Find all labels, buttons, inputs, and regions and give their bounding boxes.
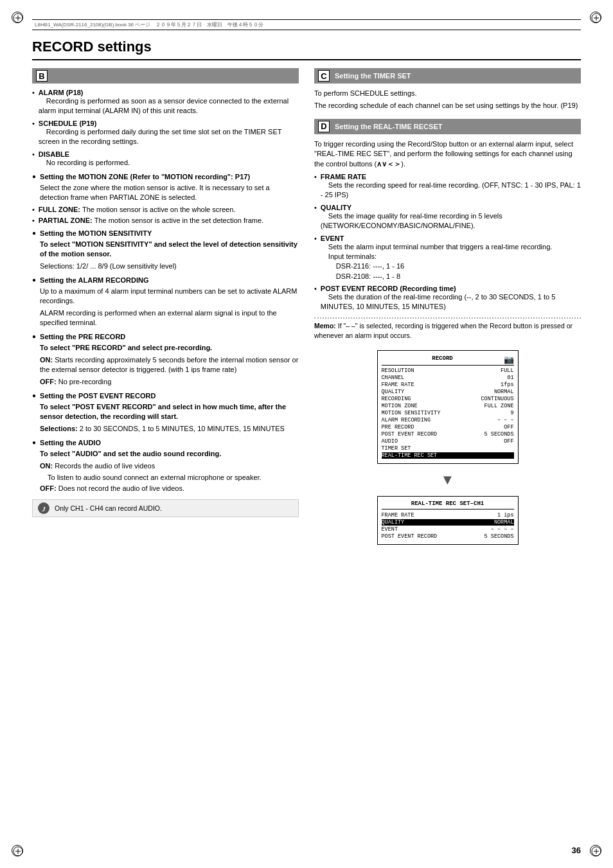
pre-record-off: OFF: No pre-recording bbox=[40, 377, 299, 387]
corner-decoration-bl bbox=[12, 845, 23, 856]
alarm-recording-text1: Up to a maximum of 4 alarm input termina… bbox=[40, 287, 299, 306]
memo-text: If "– –" is selected, recording is trigg… bbox=[314, 322, 573, 339]
screen1-row-motionsensitivity: MOTION SENSITIVITY9 bbox=[382, 410, 514, 416]
screen1-mockup: RECORD 📷 RESOLUTIONFULL CHANNEL01 FRAME … bbox=[377, 350, 519, 464]
corner-decoration-tl bbox=[12, 12, 23, 23]
note-icon: J bbox=[38, 502, 49, 514]
disable-title: DISABLE bbox=[39, 150, 69, 158]
motion-sensitivity-heading-container: Setting the MOTION SENSITIVITY bbox=[32, 229, 299, 237]
partial-zone-title: PARTIAL ZONE: bbox=[39, 217, 93, 224]
screen2-row-postevent: POST EVENT RECORD5 SECONDS bbox=[382, 533, 514, 540]
motion-zone-text: Select the zone where the motion sensor … bbox=[40, 183, 299, 203]
screen1-row-framerate: FRAME RATE1fps bbox=[382, 382, 514, 388]
page-number: 36 bbox=[572, 846, 581, 855]
event-text: Sets the alarm input terminal number tha… bbox=[328, 243, 553, 251]
screen1-row-quality: QUALITYNORMAL bbox=[382, 389, 514, 395]
audio-heading-container: Setting the AUDIO bbox=[32, 439, 299, 447]
section-c-text1: To perform SCHEDULE settings. bbox=[314, 89, 581, 98]
screen1-row-realtimeset: REAL-TIME REC SET bbox=[382, 452, 514, 459]
audio-on-text: Records the audio of live videos bbox=[55, 462, 155, 470]
screen1-row-channel: CHANNEL01 bbox=[382, 375, 514, 381]
svg-text:J: J bbox=[41, 505, 46, 513]
screen1-row-audio: AUDIOOFF bbox=[382, 438, 514, 445]
memo-box: Memo: If "– –" is selected, recording is… bbox=[314, 317, 581, 340]
quality-title: QUALITY bbox=[321, 204, 351, 211]
event-dsr2116: DSR-2116: ----, 1 - 16 bbox=[336, 262, 404, 270]
motion-sensitivity-heading: Setting the MOTION SENSITIVITY bbox=[40, 229, 152, 237]
d-post-event-text: Sets the duration of the real-time recor… bbox=[321, 293, 555, 310]
frame-rate-item: FRAME RATE Sets the recording speed for … bbox=[314, 173, 581, 200]
note-text: Only CH1 - CH4 can record AUDIO. bbox=[55, 504, 162, 512]
section-b-header: B bbox=[32, 68, 299, 84]
motion-zone-heading-container: Setting the MOTION ZONE (Refer to "MOTIO… bbox=[32, 173, 299, 181]
note-box: J Only CH1 - CH4 can record AUDIO. bbox=[32, 499, 299, 517]
screen1-row-postevent: POST EVENT RECORD5 SECONDS bbox=[382, 431, 514, 438]
section-c-letter: C bbox=[318, 70, 330, 82]
memo-label: Memo: bbox=[314, 322, 336, 330]
screen1-row-alarmrecording: ALARM RECORDING– – – bbox=[382, 417, 514, 423]
pre-record-on: ON: Starts recording approximately 5 sec… bbox=[40, 355, 299, 375]
pre-record-heading: Setting the PRE RECORD bbox=[40, 333, 125, 341]
pre-record-off-text: No pre-recording bbox=[58, 378, 112, 385]
frame-rate-title: FRAME RATE bbox=[321, 173, 366, 181]
section-c-text2: The recording schedule of each channel c… bbox=[314, 101, 581, 111]
alarm-recording-text2: ALARM recording is performed when an ext… bbox=[40, 308, 299, 328]
alarm-item: ALARM (P18) Recording is performed as so… bbox=[32, 89, 299, 116]
event-item: EVENT Sets the alarm input terminal numb… bbox=[314, 235, 581, 282]
event-input-label: Input terminals: bbox=[328, 252, 377, 260]
column-right: C Setting the TIMER SET To perform SCHED… bbox=[314, 68, 581, 550]
screen1-row-prerecord: PRE RECORDOFF bbox=[382, 424, 514, 430]
audio-on-sub: To listen to audio sound connect an exte… bbox=[48, 473, 299, 483]
corner-decoration-tr bbox=[590, 12, 601, 23]
corner-decoration-br bbox=[590, 845, 601, 856]
screen2-row-quality: QUALITYNORMAL bbox=[382, 519, 514, 526]
disable-item: DISABLE No recording is performed. bbox=[32, 150, 299, 168]
pre-record-bold: To select "PRE RECORD" and select pre-re… bbox=[40, 343, 299, 353]
frame-rate-text: Sets the recording speed for real-time r… bbox=[321, 181, 581, 199]
screen1-title: RECORD bbox=[382, 355, 504, 362]
section-d-letter: D bbox=[318, 121, 330, 132]
post-event-selections: Selections: 2 to 30 SECONDS, 1 to 5 MINU… bbox=[40, 424, 299, 434]
audio-bold: To select "AUDIO" and set the audio soun… bbox=[40, 449, 299, 459]
screen2-row-framerate: FRAME RATE1 ips bbox=[382, 512, 514, 518]
pre-record-on-text: Starts recording approximately 5 seconds… bbox=[40, 356, 298, 373]
main-content: RECORD settings B ALARM (P18) Recording … bbox=[32, 39, 581, 836]
full-zone-title: FULL ZONE: bbox=[39, 206, 80, 213]
post-event-heading: Setting the POST EVENT RECORD bbox=[40, 392, 155, 400]
alarm-title: ALARM (P18) bbox=[39, 89, 84, 96]
alarm-recording-heading: Setting the ALARM RECORDING bbox=[40, 276, 148, 284]
audio-off: OFF: Does not record the audio of live v… bbox=[40, 484, 299, 493]
audio-heading: Setting the AUDIO bbox=[40, 439, 101, 447]
screen1-row-resolution: RESOLUTIONFULL bbox=[382, 368, 514, 374]
post-event-heading-container: Setting the POST EVENT RECORD bbox=[32, 392, 299, 400]
arrow-down: ▼ bbox=[314, 472, 581, 488]
motion-sensitivity-bold: To select "MOTION SENSITIVITY" and selec… bbox=[40, 240, 299, 260]
screen1-row-timerset: TIMER SET bbox=[382, 445, 514, 452]
pre-record-off-label: OFF: bbox=[40, 378, 57, 385]
alarm-recording-heading-container: Setting the ALARM RECORDING bbox=[32, 276, 299, 284]
schedule-title: SCHEDULE (P19) bbox=[39, 120, 96, 127]
audio-on: ON: Records the audio of live videos bbox=[40, 461, 299, 471]
section-c-header: C Setting the TIMER SET bbox=[314, 68, 581, 84]
d-post-event-item: POST EVENT RECORD (Recording time) Sets … bbox=[314, 285, 581, 312]
motion-sensitivity-text: Selections: 1/2/ ... 8/9 (Low sensitivit… bbox=[40, 261, 299, 271]
d-post-event-title: POST EVENT RECORD (Recording time) bbox=[321, 285, 456, 292]
section-c-title: Setting the TIMER SET bbox=[335, 72, 411, 80]
schedule-text: Recording is performed daily during the … bbox=[39, 128, 281, 145]
event-dsr2108: DSR-2108: ----, 1 - 8 bbox=[336, 272, 400, 280]
disable-text: No recording is performed. bbox=[46, 159, 130, 166]
quality-item: QUALITY Sets the image quality for real-… bbox=[314, 204, 581, 231]
screen1-row-motionzone: MOTION ZONEFULL ZONE bbox=[382, 403, 514, 409]
section-d-header: D Setting the REAL-TIME RECSET bbox=[314, 119, 581, 134]
screen1-row-recording: RECORDINGCONTINUOUS bbox=[382, 396, 514, 402]
section-d-intro: To trigger recording using the Record/St… bbox=[314, 139, 581, 169]
pre-record-heading-container: Setting the PRE RECORD bbox=[32, 333, 299, 341]
section-b-letter: B bbox=[36, 70, 48, 82]
audio-on-label: ON: bbox=[40, 462, 53, 470]
post-event-bold: To select "POST EVENT RECORD" and select… bbox=[40, 402, 299, 422]
pre-record-on-label: ON: bbox=[40, 356, 53, 364]
quality-text: Sets the image quality for real-time rec… bbox=[321, 212, 502, 229]
partial-zone-text: The motion sensor is active in the set d… bbox=[94, 217, 264, 224]
audio-off-label: OFF: bbox=[40, 484, 57, 492]
full-zone-text: The motion sensor is active on the whole… bbox=[82, 206, 235, 213]
